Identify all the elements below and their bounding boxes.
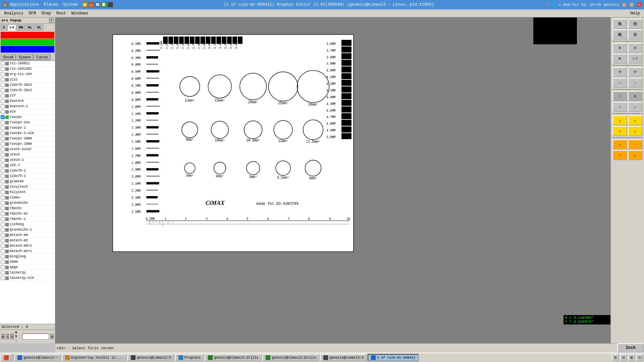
layer-item[interactable]: 110x75-1 (0, 168, 55, 174)
layer-checkbox[interactable] (1, 163, 5, 168)
taskbar-progress[interactable]: Progress (175, 354, 204, 361)
layer-checkbox[interactable] (1, 142, 5, 146)
layer-item[interactable]: tsecpv-1 (0, 125, 55, 131)
taskbar-icons-1[interactable]: ⊞ (612, 354, 619, 361)
layer-checkbox[interactable] (1, 185, 5, 189)
layer-item[interactable]: tsecpv-2ce (0, 120, 55, 125)
layer-checkbox[interactable] (1, 77, 5, 82)
editor-icon[interactable]: 📝 (101, 2, 107, 7)
taskbar-cimax13[interactable]: genesis@cimax13:5 (320, 354, 367, 361)
layer-checkbox[interactable] (1, 190, 5, 194)
menu-rout[interactable]: Rout (54, 10, 69, 16)
rt-btn-5-2[interactable]: ⟳ (628, 67, 643, 77)
color-tab-rb[interactable]: RB (17, 24, 25, 31)
maximize-btn[interactable]: □ (629, 2, 634, 7)
layer-item[interactable]: gramtek (0, 179, 55, 184)
layer-checkbox[interactable] (1, 169, 5, 173)
layer-checkbox[interactable] (1, 158, 5, 162)
rt-btn-orange-4[interactable]: ↘ (628, 150, 643, 160)
rt-btn-8-1[interactable]: ↗ (612, 102, 627, 112)
taskbar-rule[interactable]: 1 of rule-mt-890421 (368, 354, 419, 361)
layer-checkbox[interactable] (1, 228, 5, 232)
layer-checkbox[interactable] (1, 254, 5, 259)
rt-btn-tri-1[interactable]: △ (612, 115, 627, 125)
system-button[interactable]: System (16, 54, 34, 60)
taskbar-drills2[interactable]: genesis@cimax13:drills (262, 354, 319, 361)
layer-item[interactable]: motech-m0+1 (0, 243, 55, 249)
menu-dfm[interactable]: DFM (26, 10, 39, 16)
layer-item[interactable]: tbpchc (0, 206, 55, 211)
layer-checkbox[interactable] (1, 174, 5, 178)
taskbar-genesis[interactable]: genesis@cimax13:~ (14, 354, 61, 361)
layer-item[interactable]: grandsiho-1 (0, 227, 55, 233)
rt-btn-4-1[interactable]: ⊠ (612, 54, 627, 64)
layer-item[interactable]: motech-m0 (0, 233, 55, 238)
taskbar-icons-3[interactable]: ⊠ (628, 354, 635, 361)
layer-checkbox[interactable] (1, 249, 5, 253)
layer-checkbox[interactable] (1, 61, 5, 66)
rt-btn-2-1[interactable]: ⊠ (612, 29, 627, 40)
layer-item[interactable]: yisheng (0, 222, 55, 227)
rt-btn-orange-2[interactable]: ↑ (628, 139, 643, 149)
rt-btn-orange-1[interactable]: ↖ (612, 139, 627, 149)
rt-btn-8-2[interactable]: ↙ (628, 102, 643, 112)
xy-icon2[interactable]: ✎ (6, 334, 9, 339)
rt-btn-5-1[interactable]: ⟲ (612, 67, 627, 77)
layer-checkbox[interactable] (1, 270, 5, 275)
rt-btn-7-1[interactable]: ✂ (612, 91, 627, 101)
layer-item[interactable]: motech-m2+1 (0, 249, 55, 254)
applications-menu[interactable]: Applications (10, 2, 39, 7)
color-tab-hl[interactable]: HL (26, 24, 34, 31)
help-btn[interactable]: Help (628, 10, 643, 16)
layer-checkbox[interactable] (1, 99, 5, 103)
xy-unit-icon[interactable]: ⊞ (50, 334, 54, 339)
layer-item[interactable]: zsf (0, 93, 55, 99)
layer-checkbox[interactable] (1, 238, 5, 243)
menu-analysis[interactable]: Analysis (1, 10, 26, 16)
layer-item[interactable]: 155.7 (0, 163, 55, 168)
taskbar-icons-2[interactable]: ⊟ (620, 354, 627, 361)
layer-item[interactable]: minglong (0, 254, 55, 259)
layer-item[interactable]: koatech-1 (0, 104, 55, 109)
rt-btn-6-1[interactable]: ↔ (612, 78, 627, 88)
swatch-blue[interactable] (1, 46, 54, 53)
taskbar-icons-4[interactable]: ⊡ (636, 354, 643, 361)
layer-checkbox[interactable] (1, 115, 5, 119)
rt-btn-orange-3[interactable]: ↗ (612, 150, 627, 160)
layer-item[interactable]: 110x75-2 (0, 174, 55, 179)
rt-btn-2-2[interactable]: ⊡ (628, 29, 643, 40)
layer-checkbox[interactable] (1, 276, 5, 280)
layer-checkbox[interactable] (1, 126, 5, 130)
layer-checkbox[interactable] (1, 206, 5, 210)
close-btn-window[interactable]: × (637, 2, 641, 7)
taskbar-toolkit[interactable]: Engineering Toolkit 12.... (62, 354, 127, 361)
layer-item[interactable]: tsecpv-1-old (0, 131, 55, 136)
popup-close-btn[interactable]: × (49, 18, 54, 23)
swatch-green[interactable] (1, 39, 54, 46)
layer-checkbox[interactable] (1, 104, 5, 109)
layer-checkbox[interactable] (1, 136, 5, 141)
rt-btn-tri-2[interactable]: △ (628, 115, 643, 125)
layer-item[interactable]: utech-solar (0, 147, 55, 152)
xy-input[interactable] (22, 334, 49, 340)
layer-item[interactable]: cimax- (0, 195, 55, 200)
layer-item[interactable]: 200m (0, 259, 55, 265)
taskbar-term5[interactable]: genesis@cimax13:5 (127, 354, 174, 361)
rt-btn-7-2[interactable]: ⊕ (628, 91, 643, 101)
inch-button[interactable]: Inch (617, 343, 644, 353)
rt-btn-6-2[interactable]: ↕ (628, 78, 643, 88)
system-menu[interactable]: System (63, 2, 77, 7)
rt-btn-1-1[interactable]: ⊞ (612, 19, 627, 29)
layer-item[interactable]: motech-m2 (0, 238, 55, 243)
rt-btn-3-1[interactable]: ⊞ (612, 43, 627, 53)
menu-windows[interactable]: Windows (69, 10, 91, 16)
layer-item[interactable]: koatech (0, 99, 55, 104)
layer-checkbox[interactable] (1, 260, 5, 264)
layer-item[interactable]: tbpchc-a2 (0, 211, 55, 217)
color-tab-l4[interactable]: L4 (8, 24, 16, 31)
minimize-btn[interactable]: _ (622, 2, 627, 7)
menu-step[interactable]: Step (39, 10, 54, 16)
layer-checkbox[interactable] (1, 233, 5, 237)
layer-item[interactable]: grandsiho (0, 200, 55, 206)
file-manager-icon[interactable]: 📁 (82, 2, 88, 7)
